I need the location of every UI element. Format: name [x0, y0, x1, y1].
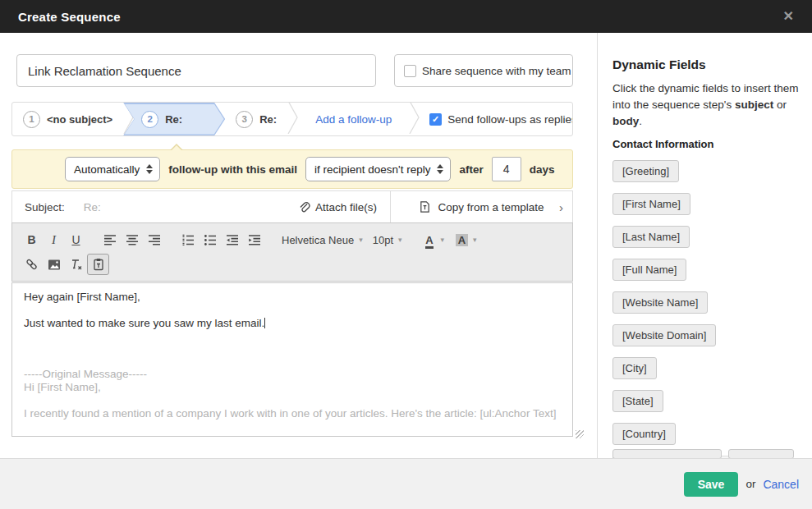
- field-country[interactable]: [Country]: [612, 423, 676, 445]
- underline-button[interactable]: U: [65, 229, 87, 250]
- subject-field[interactable]: Subject: Re:: [12, 191, 298, 222]
- share-sequence-option[interactable]: Share sequence with my team: [394, 54, 573, 87]
- followup-condition-value: if recipient doesn't reply: [314, 163, 430, 176]
- outdent-button[interactable]: [221, 229, 243, 250]
- modal-footer: Save or Cancel: [0, 458, 812, 509]
- quoted-paragraph: Hi [First Name],: [24, 381, 561, 394]
- quoted-paragraph: I recently found a mention of a company …: [24, 407, 561, 420]
- days-input[interactable]: [492, 157, 521, 181]
- clipped-field-button[interactable]: [612, 449, 722, 458]
- dynamic-fields-list: [Greeting] [First Name] [Last Name] [Ful…: [612, 160, 779, 458]
- align-right-button[interactable]: [143, 229, 165, 250]
- paste-button[interactable]: [87, 254, 109, 275]
- field-city[interactable]: [City]: [612, 357, 657, 379]
- dropdown-caret-icon: ▾: [398, 236, 402, 244]
- body-paragraph-text: Just wanted to make sure you saw my last…: [24, 317, 264, 329]
- email-body-editor[interactable]: Hey again [First Name], Just wanted to m…: [11, 282, 573, 437]
- step-3-label: Re:: [259, 113, 277, 126]
- align-center-button[interactable]: [121, 229, 143, 250]
- indent-button[interactable]: [243, 229, 265, 250]
- font-family-select[interactable]: Helvetica Neue ▾: [277, 234, 368, 246]
- text-color-button[interactable]: A: [419, 229, 441, 250]
- highlight-color-label: A: [456, 234, 468, 246]
- after-label: after: [459, 163, 483, 176]
- sidebar-description: Click the dynamic fields to insert them …: [612, 80, 800, 130]
- field-greeting[interactable]: [Greeting]: [612, 160, 679, 182]
- insert-image-button[interactable]: [43, 254, 65, 275]
- step-separator-icon: [287, 102, 298, 136]
- font-size-value: 10pt: [373, 234, 393, 246]
- quoted-paragraph: Where you've mentioned our company, [Web…: [24, 433, 561, 437]
- step-2-tab-active[interactable]: 2 Re:: [123, 103, 225, 135]
- close-icon[interactable]: ✕: [783, 10, 794, 23]
- step-separator-icon: [409, 102, 420, 136]
- share-checkbox[interactable]: [404, 65, 416, 77]
- send-replies-label: Send follow-ups as replies: [447, 113, 573, 126]
- days-label: days: [530, 163, 555, 176]
- editor-resize-handle[interactable]: [576, 430, 584, 438]
- send-replies-checkbox[interactable]: ✓: [429, 113, 442, 126]
- followup-settings-bar: Automatically follow-up with this email …: [11, 149, 573, 189]
- align-left-button[interactable]: [99, 229, 121, 250]
- clear-formatting-button[interactable]: [65, 254, 87, 275]
- chevron-right-icon: ›: [559, 200, 563, 214]
- attach-files-label: Attach file(s): [315, 201, 377, 213]
- text-cursor: [264, 318, 265, 328]
- modal-title: Create Sequence: [18, 10, 121, 24]
- followup-condition-select[interactable]: if recipient doesn't reply: [305, 157, 451, 181]
- field-full-name[interactable]: [Full Name]: [612, 259, 686, 281]
- copy-from-template-label: Copy from a template: [438, 201, 544, 213]
- subject-row: Subject: Re: Attach file(s) Copy from a …: [11, 190, 573, 223]
- dropdown-caret-icon: ▾: [473, 236, 477, 244]
- subject-label: Subject:: [25, 201, 65, 213]
- step-2-number: 2: [141, 111, 158, 128]
- body-paragraph: Just wanted to make sure you saw my last…: [24, 317, 561, 330]
- clipped-field-button[interactable]: [728, 449, 794, 458]
- followup-mode-select[interactable]: Automatically: [65, 157, 160, 181]
- paperclip-icon: [298, 200, 310, 213]
- copy-from-template-button[interactable]: Copy from a template ›: [390, 191, 572, 222]
- italic-button[interactable]: I: [43, 229, 65, 250]
- template-document-icon: [419, 200, 431, 213]
- step-1-tab[interactable]: 1 <no subject>: [12, 103, 123, 135]
- step-1-label: <no subject>: [47, 113, 112, 126]
- save-button[interactable]: Save: [684, 472, 739, 497]
- send-followups-as-replies-option[interactable]: ✓ Send follow-ups as replies: [420, 103, 573, 135]
- add-followup-link[interactable]: Add a follow-up: [298, 113, 409, 126]
- sequence-steps-bar: 1 <no subject> 2 Re: 3 Re: Add a follow-…: [11, 102, 573, 136]
- subject-value: Re:: [84, 201, 101, 213]
- insert-link-button[interactable]: [21, 254, 43, 275]
- contact-information-heading: Contact Information: [612, 138, 714, 150]
- step-3-tab[interactable]: 3 Re:: [225, 103, 287, 135]
- font-family-value: Helvetica Neue: [282, 234, 354, 246]
- bold-button[interactable]: B: [21, 229, 43, 250]
- sequence-name-input[interactable]: [16, 54, 376, 87]
- followup-text: follow-up with this email: [168, 163, 297, 176]
- ordered-list-button[interactable]: [177, 229, 199, 250]
- followup-mode-value: Automatically: [74, 163, 140, 176]
- dropdown-caret-icon: ▾: [359, 236, 363, 244]
- sequence-editor-panel: Share sequence with my team 1 <no subjec…: [0, 33, 598, 458]
- step-1-number: 1: [23, 111, 40, 128]
- field-state[interactable]: [State]: [612, 390, 663, 412]
- field-first-name[interactable]: [First Name]: [612, 193, 690, 215]
- field-last-name[interactable]: [Last Name]: [612, 226, 690, 248]
- unordered-list-button[interactable]: [199, 229, 221, 250]
- dynamic-fields-sidebar: Dynamic Fields Click the dynamic fields …: [598, 33, 812, 458]
- dropdown-caret-icon: ▾: [441, 236, 445, 244]
- quoted-paragraph: -----Original Message-----: [24, 368, 561, 381]
- font-size-select[interactable]: 10pt ▾: [368, 234, 407, 246]
- sidebar-title: Dynamic Fields: [612, 57, 706, 72]
- step-2-label: Re:: [165, 113, 182, 126]
- select-spinner-icon: [146, 164, 153, 174]
- active-step-pointer: [170, 144, 183, 150]
- attach-files-button[interactable]: Attach file(s): [298, 191, 377, 222]
- cancel-link[interactable]: Cancel: [763, 478, 799, 491]
- field-website-domain[interactable]: [Website Domain]: [612, 324, 716, 346]
- field-website-name[interactable]: [Website Name]: [612, 291, 708, 314]
- text-color-label: A: [425, 234, 433, 249]
- highlight-color-button[interactable]: A: [451, 229, 473, 250]
- richtext-toolbar: B I U Helvetica Neue ▾ 10pt ▾ A ▾: [11, 222, 573, 282]
- or-label: or: [745, 478, 755, 490]
- modal-header: Create Sequence ✕: [0, 0, 812, 33]
